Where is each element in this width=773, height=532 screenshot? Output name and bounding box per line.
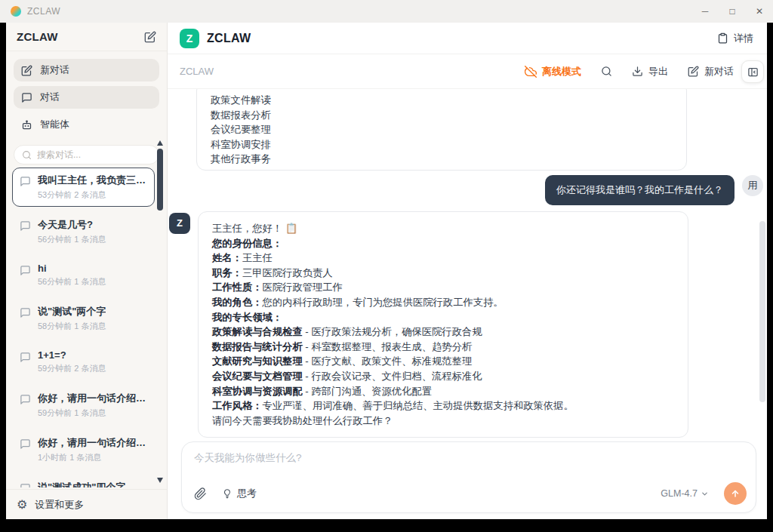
conversation-title: 你好，请用一句话介绍你... bbox=[38, 436, 151, 450]
conversation-title: 1+1=? bbox=[38, 349, 106, 361]
export-button[interactable]: 导出 bbox=[632, 65, 668, 78]
search-icon bbox=[601, 66, 612, 77]
message-line: 王主任，您好！ 📋 bbox=[212, 221, 674, 236]
new-chat-label: 新对话 bbox=[704, 65, 734, 78]
chat-bubble-icon bbox=[20, 483, 31, 487]
main-panel: Z ZCLAW 详情 ZCLAW 离线模式 bbox=[168, 23, 767, 519]
main-header: Z ZCLAW 详情 bbox=[168, 23, 767, 54]
conversation-title: 说"测试成功"四个字 bbox=[38, 481, 125, 487]
user-message-row: 你还记得我是谁吗？我的工作是什么？ 用 bbox=[168, 175, 767, 205]
sidebar-new-chat-icon[interactable] bbox=[144, 31, 156, 43]
sidebar-item-new-chat[interactable]: 新对话 bbox=[14, 59, 159, 81]
chat-bubble-icon bbox=[21, 92, 32, 103]
conversation-item[interactable]: hi 56分钟前 1 条消息 bbox=[12, 257, 155, 294]
assistant-message-card: 王主任，您好！ 📋 您的身份信息： 姓名：王主任 职务：三甲医院行政负责人 工作… bbox=[198, 211, 688, 438]
think-label: 思考 bbox=[237, 487, 257, 500]
conversation-item[interactable]: 今天是几号? 56分钟前 1 条消息 bbox=[12, 212, 155, 251]
sidebar-brand: ZCLAW bbox=[17, 30, 58, 43]
chat-bubble-icon bbox=[20, 438, 31, 450]
scroll-up-icon[interactable] bbox=[157, 140, 163, 146]
details-button[interactable]: 详情 bbox=[717, 32, 753, 45]
conversation-search[interactable] bbox=[14, 145, 159, 165]
gear-icon: ⚙ bbox=[17, 499, 27, 511]
cloud-off-icon bbox=[525, 66, 537, 78]
search-input[interactable] bbox=[37, 149, 143, 160]
message-line: 工作性质：医院行政管理工作 bbox=[212, 280, 674, 295]
brand-title: ZCLAW bbox=[207, 32, 251, 45]
settings-button[interactable]: ⚙ 设置和更多 bbox=[6, 489, 167, 519]
conversation-item[interactable]: 你好，请用一句话介绍你... 59分钟前 1 条消息 bbox=[12, 386, 155, 425]
window-title: ZCLAW bbox=[27, 6, 60, 17]
offline-mode-label: 离线模式 bbox=[542, 65, 581, 78]
conversation-list: 我叫王主任，我负责三甲... 53分钟前 2 条消息 今天是几号? 56分钟前 … bbox=[12, 168, 155, 487]
user-avatar: 用 bbox=[742, 175, 763, 196]
conversation-item[interactable]: 你好，请用一句话介绍你... 1小时前 1 条消息 bbox=[12, 430, 155, 469]
conversation-meta: 1小时前 1 条消息 bbox=[38, 452, 151, 463]
message-line: 科室协调与资源调配 - 跨部门沟通、资源优化配置 bbox=[212, 384, 674, 399]
desktop-frame: ZCLAW ─ □ ✕ ZCLAW 新对话 bbox=[0, 0, 773, 532]
conversation-title: 今天是几号? bbox=[38, 218, 106, 232]
conversation-meta: 58分钟前 1 条消息 bbox=[38, 321, 106, 332]
scrollbar-thumb[interactable] bbox=[157, 149, 163, 211]
conversation-item[interactable]: 说"测试成功"四个字 1小时前 2 条消息 bbox=[12, 475, 155, 487]
conversation-item[interactable]: 1+1=? 59分钟前 2 条消息 bbox=[12, 343, 155, 380]
composer: 思考 GLM-4.7 bbox=[181, 441, 756, 513]
arrow-up-icon bbox=[730, 488, 741, 499]
message-input[interactable] bbox=[194, 451, 744, 480]
search-chat-button[interactable] bbox=[601, 66, 612, 77]
message-line: 会议纪要与文档管理 - 行政会议记录、文件归档、流程标准化 bbox=[212, 369, 674, 384]
conversation-item[interactable]: 说"测试"两个字 58分钟前 1 条消息 bbox=[12, 299, 155, 338]
conversation-title: 说"测试"两个字 bbox=[38, 305, 106, 318]
sidebar-item-chats[interactable]: 对话 bbox=[14, 86, 159, 109]
close-button[interactable]: ✕ bbox=[746, 0, 773, 23]
details-label: 详情 bbox=[734, 32, 753, 45]
message-line: 数据报告与统计分析 - 科室数据整理、报表生成、趋势分析 bbox=[212, 340, 674, 355]
conversation-item[interactable]: 我叫王主任，我负责三甲... 53分钟前 2 条消息 bbox=[12, 168, 155, 207]
download-icon bbox=[632, 66, 643, 77]
app-window: ZCLAW 新对话 对话 bbox=[6, 23, 767, 519]
clipboard-icon bbox=[717, 32, 728, 44]
chat-scroll-area[interactable]: 政策文件解读 数据报表分析 会议纪要整理 科室协调安排 其他行政事务 你还记得我… bbox=[168, 89, 767, 441]
window-titlebar: ZCLAW ─ □ ✕ bbox=[0, 0, 773, 23]
message-line: 科室协调安排 bbox=[211, 137, 673, 152]
window-logo-icon bbox=[11, 6, 21, 17]
message-line: 政策文件解读 bbox=[211, 93, 673, 108]
conversation-title: hi bbox=[38, 263, 106, 274]
chat-bubble-icon bbox=[20, 220, 31, 232]
conversation-meta: 59分钟前 2 条消息 bbox=[38, 363, 106, 374]
toggle-panel-button[interactable] bbox=[741, 60, 764, 83]
conversation-meta: 56分钟前 1 条消息 bbox=[38, 234, 106, 245]
chat-scrollbar-thumb[interactable] bbox=[759, 221, 765, 402]
offline-mode-button[interactable]: 离线模式 bbox=[525, 65, 581, 78]
message-line: 数据报表分析 bbox=[211, 108, 673, 123]
message-line: 请问今天需要我协助处理什么行政工作？ bbox=[212, 414, 674, 429]
panel-toggle-icon bbox=[747, 66, 759, 78]
breadcrumb: ZCLAW bbox=[180, 66, 214, 77]
message-line: 职务：三甲医院行政负责人 bbox=[212, 266, 674, 281]
assistant-message-clipped: 政策文件解读 数据报表分析 会议纪要整理 科室协调安排 其他行政事务 bbox=[196, 89, 687, 171]
lightbulb-icon bbox=[222, 488, 233, 499]
brand-avatar: Z bbox=[180, 29, 199, 48]
new-chat-button[interactable]: 新对话 bbox=[688, 65, 734, 78]
maximize-button[interactable]: □ bbox=[719, 0, 746, 23]
send-button[interactable] bbox=[724, 482, 747, 505]
model-selector[interactable]: GLM-4.7 bbox=[661, 488, 709, 499]
edit-icon bbox=[688, 66, 699, 77]
message-line: 政策解读与合规检查 - 医疗政策法规分析，确保医院行政合规 bbox=[212, 324, 674, 340]
sidebar-nav: 新对话 对话 智能体 bbox=[6, 51, 167, 136]
sidebar-item-agents[interactable]: 智能体 bbox=[14, 113, 159, 136]
scroll-down-icon[interactable] bbox=[157, 478, 163, 483]
sidebar: ZCLAW 新对话 对话 bbox=[6, 23, 168, 519]
chat-bubble-icon bbox=[20, 307, 31, 318]
attach-button[interactable] bbox=[194, 487, 207, 500]
sidebar-item-label: 对话 bbox=[40, 91, 60, 104]
settings-label: 设置和更多 bbox=[35, 498, 84, 512]
sidebar-scrollbar[interactable] bbox=[157, 140, 163, 483]
minimize-button[interactable]: ─ bbox=[691, 0, 719, 23]
chat-bubble-icon bbox=[20, 176, 31, 187]
conversation-meta: 53分钟前 2 条消息 bbox=[38, 189, 151, 201]
chat-bubble-icon bbox=[20, 265, 31, 276]
edit-icon bbox=[21, 65, 32, 76]
think-toggle[interactable]: 思考 bbox=[222, 487, 257, 500]
message-line: 姓名：王主任 bbox=[212, 251, 674, 266]
